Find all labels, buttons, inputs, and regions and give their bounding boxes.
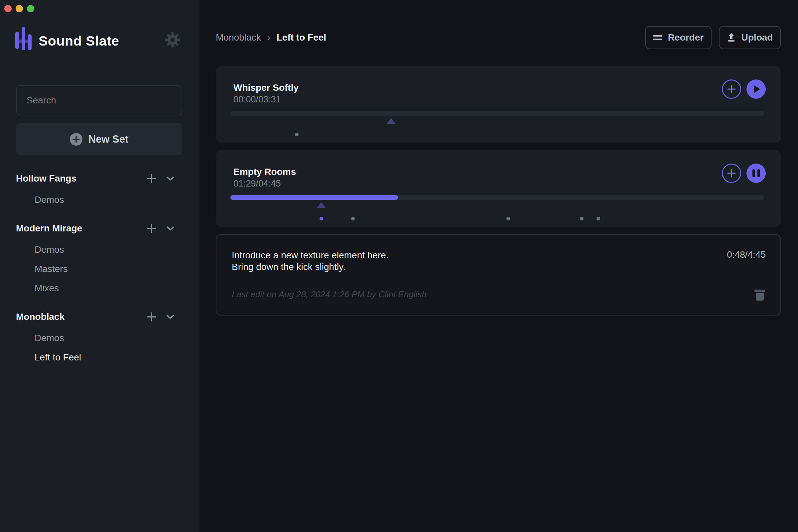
cue-marker[interactable] <box>387 118 395 124</box>
sidebar-item-hollow-fangs-demos[interactable]: Demos <box>0 190 200 209</box>
library-tree: Hollow Fangs Demos Modern Mirage <box>0 169 200 367</box>
comment-dots-track <box>230 217 764 221</box>
section-name: Hollow Fangs <box>16 173 147 184</box>
track-time: 00:00/03:31 <box>233 94 281 105</box>
track-time: 01:29/04:45 <box>233 178 281 189</box>
upload-label: Upload <box>741 32 773 43</box>
reorder-icon <box>653 35 662 40</box>
add-playlist-icon[interactable] <box>147 174 156 183</box>
sidebar-item-modern-mirage-mixes[interactable]: Mixes <box>0 279 200 298</box>
app-title: Sound Slate <box>39 33 119 49</box>
search-input[interactable] <box>16 85 182 115</box>
main-content: Monoblack › Left to Feel Reorder <box>200 0 798 532</box>
delete-comment-button[interactable] <box>754 288 766 301</box>
comment-meta: Last edit on Aug 28, 2024 1:26 PM by Cli… <box>232 289 426 300</box>
add-playlist-icon[interactable] <box>147 312 156 322</box>
chevron-down-icon[interactable] <box>166 226 174 231</box>
breadcrumb-parent[interactable]: Monoblack <box>216 32 261 43</box>
section-name: Monoblack <box>16 311 147 322</box>
sidebar-header: Sound Slate <box>0 0 200 66</box>
comment-text-line: Bring down the kick slightly. <box>232 262 345 272</box>
add-comment-button[interactable] <box>722 164 741 183</box>
gear-icon[interactable] <box>165 32 180 48</box>
minimize-window-button[interactable] <box>16 5 23 12</box>
sidebar-section-monoblack[interactable]: Monoblack <box>0 307 200 326</box>
plus-circle-icon <box>70 133 82 146</box>
track-title: Whisper Softly <box>233 82 299 93</box>
sidebar: Sound Slate <box>0 0 200 532</box>
zoom-window-button[interactable] <box>27 5 34 12</box>
section-name: Modern Mirage <box>16 223 147 234</box>
progress-bar[interactable] <box>230 111 764 116</box>
waveform-logo-icon <box>15 27 33 55</box>
track-title: Empty Rooms <box>233 167 296 177</box>
comment-dot[interactable] <box>320 217 323 221</box>
comment-dot[interactable] <box>507 217 510 221</box>
track-card-whisper-softly: Whisper Softly 00:00/03:31 <box>216 66 781 142</box>
topbar: Monoblack › Left to Feel Reorder <box>216 26 781 49</box>
breadcrumb-current: Left to Feel <box>277 32 326 43</box>
comment-dots-track <box>230 133 764 137</box>
reorder-button[interactable]: Reorder <box>645 26 711 49</box>
progress-fill <box>230 195 398 200</box>
cue-marker[interactable] <box>317 202 325 208</box>
window-controls <box>4 5 34 12</box>
trash-icon <box>754 288 765 301</box>
new-set-button[interactable]: New Set <box>16 123 182 155</box>
upload-button[interactable]: Upload <box>719 26 781 49</box>
add-playlist-icon[interactable] <box>147 224 156 233</box>
new-set-label: New Set <box>89 133 129 145</box>
comment-dot[interactable] <box>351 217 355 221</box>
breadcrumb-separator-icon: › <box>267 32 270 43</box>
play-icon <box>754 85 760 93</box>
play-button[interactable] <box>746 79 766 99</box>
comment-card: Introduce a new texture element here. Br… <box>216 234 781 316</box>
add-comment-button[interactable] <box>722 79 741 99</box>
comment-dot[interactable] <box>596 217 600 221</box>
sidebar-section-hollow-fangs[interactable]: Hollow Fangs <box>0 169 200 188</box>
comment-dot[interactable] <box>580 217 584 221</box>
sidebar-item-modern-mirage-demos[interactable]: Demos <box>0 240 200 259</box>
sidebar-item-monoblack-demos[interactable]: Demos <box>0 328 200 348</box>
breadcrumb: Monoblack › Left to Feel <box>216 32 645 43</box>
sidebar-item-monoblack-left-to-feel[interactable]: Left to Feel <box>0 348 200 367</box>
close-window-button[interactable] <box>4 5 12 12</box>
chevron-down-icon[interactable] <box>166 176 174 181</box>
progress-bar[interactable] <box>230 195 764 200</box>
comment-timestamp: 0:48/4:45 <box>727 249 766 260</box>
upload-icon <box>727 33 736 42</box>
track-card-empty-rooms: Empty Rooms 01:29/04:45 <box>216 150 781 227</box>
plus-icon <box>727 169 736 178</box>
pause-button[interactable] <box>746 164 766 183</box>
sidebar-section-modern-mirage[interactable]: Modern Mirage <box>0 219 200 238</box>
comment-dot[interactable] <box>295 133 299 136</box>
chevron-down-icon[interactable] <box>166 315 174 319</box>
app-window: Sound Slate <box>0 0 798 532</box>
reorder-label: Reorder <box>668 32 704 43</box>
plus-icon <box>727 84 736 94</box>
comment-text-line: Introduce a new texture element here. <box>232 250 389 261</box>
app-logo: Sound Slate <box>15 26 119 55</box>
sidebar-item-modern-mirage-masters[interactable]: Masters <box>0 259 200 279</box>
pause-icon <box>753 169 760 177</box>
